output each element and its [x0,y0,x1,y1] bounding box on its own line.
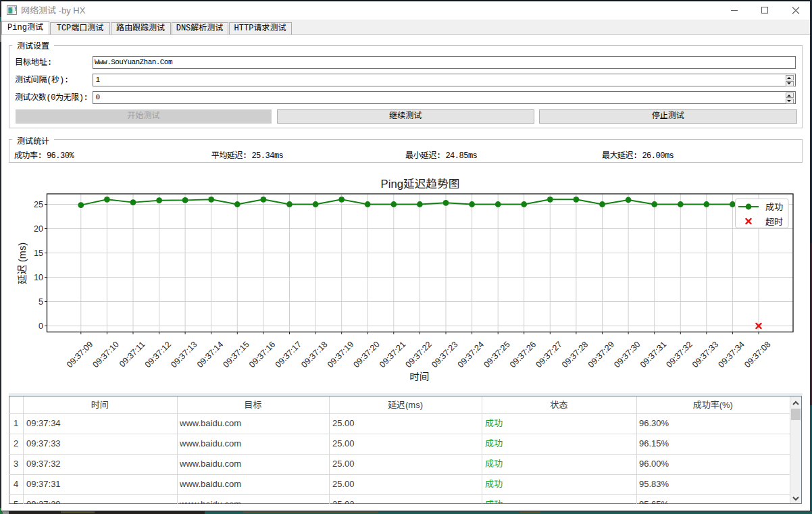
svg-text:09:37:09: 09:37:09 [65,340,95,369]
svg-text:延迟 (ms): 延迟 (ms) [17,242,28,284]
svg-text:09:37:20: 09:37:20 [351,340,381,369]
svg-text:09:37:27: 09:37:27 [534,340,564,369]
svg-text:09:37:15: 09:37:15 [222,340,251,369]
svg-text:09:37:21: 09:37:21 [378,340,407,369]
svg-text:09:37:28: 09:37:28 [560,340,590,369]
svg-text:09:37:26: 09:37:26 [508,340,538,369]
svg-text:09:37:10: 09:37:10 [91,340,121,369]
svg-text:09:37:29: 09:37:29 [586,340,616,369]
svg-text:0: 0 [39,322,43,331]
svg-text:时间: 时间 [410,371,430,382]
svg-text:20: 20 [34,224,43,234]
svg-text:09:37:30: 09:37:30 [612,340,642,369]
svg-text:09:37:32: 09:37:32 [665,340,694,369]
svg-text:09:37:23: 09:37:23 [430,340,459,369]
svg-text:09:37:08: 09:37:08 [742,340,772,369]
svg-text:09:37:13: 09:37:13 [169,340,199,369]
svg-text:09:37:19: 09:37:19 [326,340,355,369]
svg-text:09:37:33: 09:37:33 [690,340,720,369]
svg-text:09:37:14: 09:37:14 [195,340,225,369]
svg-text:09:37:18: 09:37:18 [299,340,329,369]
svg-text:5: 5 [39,297,43,307]
svg-text:09:37:22: 09:37:22 [404,340,434,369]
svg-text:超时: 超时 [765,217,783,227]
svg-text:09:37:16: 09:37:16 [247,340,277,369]
svg-text:09:37:34: 09:37:34 [717,340,746,369]
svg-text:09:37:25: 09:37:25 [482,340,511,369]
svg-text:09:37:24: 09:37:24 [456,340,486,369]
svg-text:25: 25 [34,200,43,209]
svg-text:15: 15 [34,249,43,258]
svg-text:09:37:31: 09:37:31 [638,340,668,369]
svg-text:09:37:12: 09:37:12 [143,340,173,369]
svg-text:Ping延迟趋势图: Ping延迟趋势图 [381,178,460,190]
svg-text:09:37:11: 09:37:11 [118,340,147,369]
svg-text:09:37:17: 09:37:17 [274,340,303,369]
svg-text:成功: 成功 [765,202,783,212]
svg-text:10: 10 [34,273,43,282]
